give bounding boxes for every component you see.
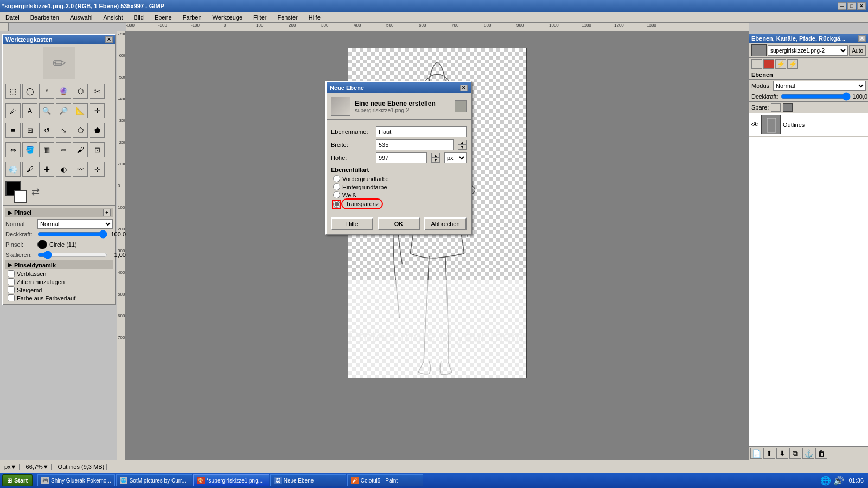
- toolbox-close-button[interactable]: ✕: [105, 36, 113, 43]
- dialog-abbrechen-button[interactable]: Abbrechen: [424, 217, 467, 230]
- verblassen-checkbox[interactable]: [8, 270, 15, 277]
- auto-button[interactable]: Auto: [849, 45, 866, 56]
- taskbar-item-ebene[interactable]: 🖼 Neue Ebene: [270, 474, 346, 486]
- brush-scale-slider[interactable]: [37, 251, 107, 259]
- radio-weiss[interactable]: [333, 191, 340, 198]
- tool-ink[interactable]: 🖋: [22, 162, 37, 177]
- brush-section-title[interactable]: ▶ Pinsel +: [5, 208, 113, 217]
- menu-datei[interactable]: Datei: [2, 13, 23, 22]
- tool-dodge-burn[interactable]: ◐: [56, 162, 71, 177]
- farbe-checkbox[interactable]: [8, 294, 15, 301]
- layer-item-outlines[interactable]: 👁 Outlines: [749, 113, 868, 137]
- menu-farben[interactable]: Farben: [180, 13, 205, 22]
- radio-vordergrund[interactable]: [333, 175, 340, 182]
- taskbar-item-pokemon[interactable]: 🎮 Shiny Gluerak Pokemo...: [37, 474, 115, 486]
- menu-ebene[interactable]: Ebene: [151, 13, 175, 22]
- tool-eraser[interactable]: ⊡: [90, 142, 105, 157]
- tool-ellipse-select[interactable]: ◯: [22, 84, 37, 99]
- tool-text[interactable]: A: [22, 103, 37, 118]
- menu-bild[interactable]: Bild: [131, 13, 147, 22]
- menu-fenster[interactable]: Fenster: [274, 13, 301, 22]
- taskbar-item-paint[interactable]: 🖌 Colotul5 - Paint: [347, 474, 423, 486]
- height-spin-down[interactable]: ▼: [431, 158, 440, 163]
- tool-select-by-color[interactable]: ⬡: [73, 84, 88, 99]
- width-spin-down[interactable]: ▼: [458, 145, 467, 150]
- layer-down-button[interactable]: ⬇: [776, 448, 788, 459]
- tool-free-select[interactable]: ⌖: [39, 84, 54, 99]
- layer-duplicate-button[interactable]: ⧉: [789, 448, 801, 459]
- layer-up-button[interactable]: ⬆: [763, 448, 775, 459]
- dialog-ok-button[interactable]: OK: [378, 217, 420, 230]
- menu-ansicht[interactable]: Ansicht: [100, 13, 126, 22]
- zittern-checkbox[interactable]: [8, 278, 15, 285]
- tool-smudge[interactable]: 〰: [73, 162, 88, 177]
- tool-pencil[interactable]: ✏: [56, 142, 71, 157]
- dialog-height-input[interactable]: [376, 152, 427, 163]
- tool-bucket-fill[interactable]: 🪣: [22, 142, 37, 157]
- minimize-button[interactable]: ─: [838, 2, 846, 10]
- layer-delete-button[interactable]: 🗑: [815, 448, 827, 459]
- tool-convolve[interactable]: ⊹: [90, 162, 105, 177]
- brush-opacity-slider[interactable]: [37, 230, 107, 238]
- radio-transparenz[interactable]: [333, 201, 340, 208]
- menu-filter[interactable]: Filter: [250, 13, 270, 22]
- mode-select[interactable]: Normal: [773, 81, 866, 91]
- dialog-hilfe-button[interactable]: Hilfe: [331, 217, 373, 230]
- taskbar-item-gimp[interactable]: 🎨 *supergirlskizze1.png...: [193, 474, 269, 486]
- maximize-button[interactable]: □: [847, 2, 856, 10]
- start-button[interactable]: ⊞ Start: [2, 474, 33, 486]
- spare-btn-1[interactable]: [771, 103, 781, 112]
- width-spin-up[interactable]: ▲: [458, 140, 467, 145]
- menu-hilfe[interactable]: Hilfe: [305, 13, 324, 22]
- status-zoom[interactable]: 66,7%▼: [24, 464, 52, 470]
- background-color[interactable]: [14, 190, 27, 203]
- tool-measure[interactable]: 📐: [73, 103, 88, 118]
- dialog-name-input[interactable]: [376, 126, 467, 137]
- tool-align[interactable]: ≡: [5, 123, 21, 138]
- layer-anchor-button[interactable]: ⚓: [802, 448, 814, 459]
- opacity-slider[interactable]: [781, 93, 851, 100]
- tool-scale[interactable]: ⤡: [56, 123, 71, 138]
- radio-hintergrund[interactable]: [333, 183, 340, 190]
- layer-visibility-toggle[interactable]: 👁: [751, 120, 759, 129]
- tool-move[interactable]: ✛: [90, 103, 105, 118]
- taskbar-item-sotm[interactable]: 🌐 SotM pictures by Curr...: [116, 474, 192, 486]
- tool-shear[interactable]: ⬠: [73, 123, 88, 138]
- tool-airbrush[interactable]: 💨: [5, 162, 21, 177]
- image-selector[interactable]: supergirlskizze1.png-2: [768, 45, 848, 56]
- tool-fuzzy-select[interactable]: 🔮: [56, 84, 71, 99]
- spare-btn-2[interactable]: [783, 103, 793, 112]
- menu-werkzeuge[interactable]: Werkzeuge: [209, 13, 246, 22]
- layer-color-btn-1[interactable]: [751, 59, 762, 69]
- close-button[interactable]: ✕: [857, 2, 866, 10]
- layer-color-btn-red[interactable]: [763, 59, 774, 69]
- tool-color-picker[interactable]: 🔍: [39, 103, 54, 118]
- status-unit[interactable]: px▼: [2, 464, 20, 470]
- tool-zoom[interactable]: 🔎: [56, 103, 71, 118]
- tool-rect-select[interactable]: ⬚: [5, 84, 21, 99]
- swap-colors-icon[interactable]: ⇄: [31, 186, 40, 198]
- tool-blend[interactable]: ▦: [39, 142, 54, 157]
- menu-bearbeiten[interactable]: Bearbeiten: [27, 13, 62, 22]
- tool-scissors[interactable]: ✂: [90, 84, 105, 99]
- right-panel-close[interactable]: ✕: [858, 35, 866, 42]
- dialog-close-button[interactable]: ✕: [460, 85, 468, 91]
- layer-color-btn-3[interactable]: ⚡: [775, 59, 786, 69]
- tool-rotate[interactable]: ↺: [39, 123, 54, 138]
- tool-paths[interactable]: 🖊: [5, 103, 21, 118]
- tool-crop[interactable]: ⊞: [22, 123, 37, 138]
- brush-section-expand[interactable]: +: [103, 209, 111, 216]
- tool-paintbrush[interactable]: 🖌: [73, 142, 88, 157]
- tool-perspective[interactable]: ⬟: [90, 123, 105, 138]
- layer-new-button[interactable]: 📄: [750, 448, 762, 459]
- brush-mode-select[interactable]: Normal: [37, 219, 113, 229]
- pinseldynamik-section[interactable]: ▶ Pinseldynamik: [5, 260, 113, 269]
- layer-color-btn-4[interactable]: ⚡: [787, 59, 798, 69]
- dialog-width-input[interactable]: [376, 139, 454, 150]
- height-spin-up[interactable]: ▲: [431, 153, 440, 158]
- dialog-unit-select[interactable]: px mm cm: [444, 152, 467, 163]
- tool-heal[interactable]: ✚: [39, 162, 54, 177]
- tool-flip[interactable]: ⇔: [5, 142, 21, 157]
- menu-auswahl[interactable]: Auswahl: [67, 13, 96, 22]
- steigemd-checkbox[interactable]: [8, 286, 15, 293]
